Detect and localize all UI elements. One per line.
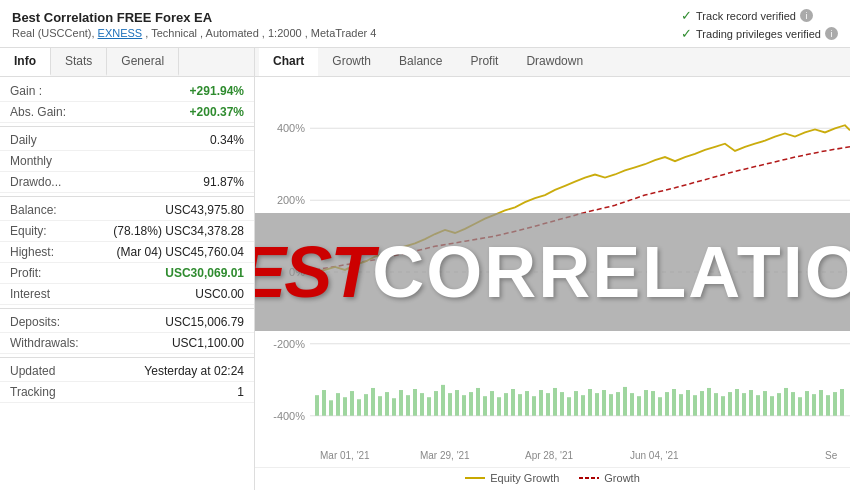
svg-rect-40 (518, 394, 522, 416)
monthly-row: Monthly (0, 151, 254, 172)
monthly-label: Monthly (10, 154, 52, 168)
chart-legend: Equity Growth Growth (255, 467, 850, 490)
withdrawals-value: USC1,100.00 (172, 336, 244, 350)
main-content: Info Stats General Gain : +291.94% Abs. … (0, 48, 850, 490)
svg-rect-79 (791, 392, 795, 416)
svg-rect-74 (756, 395, 760, 416)
tab-stats[interactable]: Stats (51, 48, 107, 76)
chart-tab-drawdown[interactable]: Drawdown (512, 48, 597, 76)
gain-value: +291.94% (190, 84, 244, 98)
svg-rect-34 (476, 388, 480, 416)
profit-row: Profit: USC30,069.01 (0, 263, 254, 284)
svg-rect-38 (504, 393, 508, 416)
svg-rect-36 (490, 391, 494, 416)
svg-rect-75 (763, 391, 767, 416)
updated-row: Updated Yesterday at 02:24 (0, 361, 254, 382)
tab-info[interactable]: Info (0, 48, 51, 76)
svg-rect-16 (350, 391, 354, 416)
profit-value: USC30,069.01 (165, 266, 244, 280)
right-panel: Chart Growth Balance Profit Drawdown 400… (255, 48, 850, 490)
tracking-label: Tracking (10, 385, 56, 399)
tab-general[interactable]: General (107, 48, 179, 76)
updated-label: Updated (10, 364, 55, 378)
deposits-row: Deposits: USC15,006.79 (0, 312, 254, 333)
svg-rect-53 (609, 394, 613, 416)
withdrawals-row: Withdrawals: USC1,100.00 (0, 333, 254, 354)
exness-link[interactable]: EXNESS (98, 27, 143, 39)
svg-rect-46 (560, 392, 564, 416)
svg-rect-72 (742, 393, 746, 416)
svg-rect-11 (315, 395, 319, 416)
drawdown-row: Drawdo... 91.87% (0, 172, 254, 193)
svg-rect-58 (644, 390, 648, 416)
check-icon-2: ✓ (681, 26, 692, 41)
chart-tab-balance[interactable]: Balance (385, 48, 456, 76)
svg-text:-200%: -200% (273, 338, 305, 350)
tracking-value: 1 (237, 385, 244, 399)
svg-rect-28 (434, 391, 438, 416)
legend-growth: Growth (579, 472, 639, 484)
check-icon-1: ✓ (681, 8, 692, 23)
svg-text:Mar 29, '21: Mar 29, '21 (420, 450, 470, 461)
svg-rect-50 (588, 389, 592, 416)
page-header: Best Correlation FREE Forex EA Real (USC… (0, 0, 850, 48)
info-icon-2[interactable]: i (825, 27, 838, 40)
stats-table: Gain : +291.94% Abs. Gain: +200.37% Dail… (0, 77, 254, 490)
svg-rect-65 (693, 395, 697, 416)
info-icon-1[interactable]: i (800, 9, 813, 22)
equity-row: Equity: (78.18%) USC34,378.28 (0, 221, 254, 242)
svg-rect-26 (420, 393, 424, 416)
svg-rect-66 (700, 391, 704, 416)
chart-tabs: Chart Growth Balance Profit Drawdown (255, 48, 850, 77)
daily-row: Daily 0.34% (0, 130, 254, 151)
divider-1 (0, 126, 254, 127)
svg-text:200%: 200% (277, 194, 305, 206)
svg-rect-37 (497, 397, 501, 415)
svg-rect-78 (784, 388, 788, 416)
svg-rect-43 (539, 390, 543, 416)
svg-rect-24 (406, 395, 410, 416)
svg-rect-15 (343, 397, 347, 415)
svg-rect-35 (483, 396, 487, 416)
svg-rect-82 (812, 394, 816, 416)
svg-rect-13 (329, 400, 333, 415)
svg-rect-45 (553, 388, 557, 416)
gain-row: Gain : +291.94% (0, 81, 254, 102)
svg-rect-52 (602, 390, 606, 416)
svg-rect-81 (805, 391, 809, 416)
highest-label: Highest: (10, 245, 54, 259)
svg-rect-80 (798, 397, 802, 415)
chart-svg: 400% 200% 0% -200% -400% (255, 77, 850, 467)
svg-rect-68 (714, 393, 718, 416)
svg-rect-57 (637, 396, 641, 416)
svg-rect-22 (392, 398, 396, 415)
svg-rect-30 (448, 393, 452, 416)
legend-equity-icon (465, 474, 485, 482)
chart-tab-growth[interactable]: Growth (318, 48, 385, 76)
svg-rect-41 (525, 391, 529, 416)
left-panel: Info Stats General Gain : +291.94% Abs. … (0, 48, 255, 490)
balance-row: Balance: USC43,975.80 (0, 200, 254, 221)
svg-rect-32 (462, 395, 466, 416)
svg-rect-33 (469, 392, 473, 416)
svg-rect-48 (574, 391, 578, 416)
chart-tab-profit[interactable]: Profit (456, 48, 512, 76)
svg-rect-25 (413, 389, 417, 416)
track-record-verified: ✓ Track record verified i (681, 8, 813, 23)
trading-privileges-verified: ✓ Trading privileges verified i (681, 26, 838, 41)
daily-value: 0.34% (210, 133, 244, 147)
header-left: Best Correlation FREE Forex EA Real (USC… (12, 10, 376, 39)
equity-label: Equity: (10, 224, 47, 238)
svg-rect-27 (427, 397, 431, 415)
svg-rect-21 (385, 392, 389, 416)
svg-rect-20 (378, 396, 382, 416)
withdrawals-label: Withdrawals: (10, 336, 79, 350)
interest-value: USC0.00 (195, 287, 244, 301)
interest-row: Interest USC0.00 (0, 284, 254, 305)
updated-value: Yesterday at 02:24 (144, 364, 244, 378)
divider-3 (0, 308, 254, 309)
svg-rect-62 (672, 389, 676, 416)
svg-rect-67 (707, 388, 711, 416)
chart-tab-chart[interactable]: Chart (259, 48, 318, 76)
equity-value: (78.18%) USC34,378.28 (113, 224, 244, 238)
